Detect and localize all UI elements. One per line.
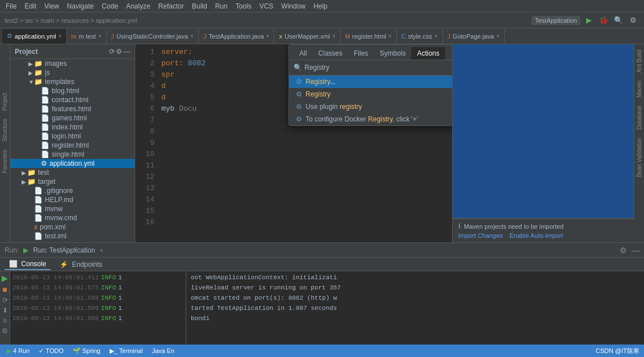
status-todo[interactable]: ✓ TODO [36,347,66,355]
run-button[interactable]: ▶ [583,14,595,27]
tree-item-help[interactable]: 📄 HELP.md [10,195,135,204]
menu-tools[interactable]: Tools [232,1,255,11]
endpoints-tab[interactable]: ⚡ Endpoints [55,259,107,270]
tab-close-j2-icon[interactable]: × [266,33,270,39]
sync-icon[interactable]: ⟳ [109,48,115,56]
run-right-line-2: liveReload server is running on port 357 [191,283,639,293]
left-sidebar-project[interactable]: Project [1,90,9,114]
status-terminal[interactable]: ▶_ Terminal [107,347,145,355]
run-line-4: 2019-05-13 14:09:01.599 INFO 1 [12,303,183,313]
tab-icon-c: C [402,33,406,40]
search-input[interactable] [304,64,452,72]
menu-run[interactable]: Run [212,1,231,11]
left-sidebar: Project Structure Favorites [0,44,10,242]
tree-item-games[interactable]: 📄 games.html [10,114,135,123]
search-tab-files[interactable]: Files [348,47,374,60]
menu-help[interactable]: Help [310,1,331,11]
tab-close-x-icon[interactable]: × [332,33,336,39]
run-side-rerun[interactable]: ⟳ [2,296,8,304]
app-name-button[interactable]: TestApplication [532,16,580,25]
menu-edit[interactable]: Edit [21,1,40,11]
tab-user-mapper[interactable]: x UserMapper.xml × [274,29,340,44]
tree-item-images[interactable]: ▶ 📁 images [10,59,135,68]
run-minimize-icon[interactable]: — [632,246,639,255]
result-item-docker-registry[interactable]: ⚙ To configure Docker Registry, click '+… [289,113,452,125]
tab-goto-page[interactable]: J GotoPage.java × [443,29,505,44]
left-sidebar-favorites[interactable]: Favorites [1,146,9,177]
tab-close-m-icon[interactable]: × [98,33,102,39]
tab-test-application[interactable]: J TestApplication.java × [199,29,275,44]
result-item-use-plugin-registry[interactable]: ⚙ Use plugin registry Settings > Maven [289,100,452,113]
tab-style[interactable]: C style.css × [397,29,443,44]
tree-item-index[interactable]: 📄 index.html [10,123,135,132]
run-close-tab-icon[interactable]: × [100,247,103,254]
tab-test[interactable]: m m test × [67,29,107,44]
menu-window[interactable]: Window [278,1,309,11]
tree-item-application-yml[interactable]: ⚙ application.yml [10,159,135,168]
tab-using-static-controller[interactable]: J UsingStaticController.java × [107,29,199,44]
settings-sidebar-icon[interactable]: ⚙ [116,48,122,56]
tree-item-contact[interactable]: 📄 contact.html [10,95,135,104]
tab-close-icon[interactable]: × [58,33,62,39]
debug-button[interactable]: 🐞 [597,14,610,27]
menu-file[interactable]: File [2,1,20,11]
right-sidebar-bean-validation[interactable]: Bean Validation [635,135,643,180]
result-item-registry-dots[interactable]: ⚙ Registry... [289,75,452,88]
tree-item-js[interactable]: ▶ 📁 js [10,68,135,77]
tree-item-mvnw-cmd[interactable]: 📄 mvnw.cmd [10,213,135,222]
tab-close-c-icon[interactable]: × [434,33,438,39]
tab-application-yml[interactable]: ⚙ application.yml × [2,29,67,44]
menu-analyze[interactable]: Analyze [123,1,154,11]
result-item-registry[interactable]: ⚙ Registry Settings [289,88,452,100]
run-side-stop[interactable]: ■ [2,285,7,294]
right-sidebar-ant-build[interactable]: Ant Build [635,47,643,76]
tree-item-test[interactable]: ▶ 📁 test [10,168,135,177]
run-side-scroll[interactable]: ⬇ [2,306,8,314]
menu-code[interactable]: Code [98,1,122,11]
run-app-name: Run: TestApplication [33,246,95,254]
menu-build[interactable]: Build [189,1,211,11]
tab-close-j3-icon[interactable]: × [496,33,500,39]
tree-item-mvnw[interactable]: 📄 mvnw [10,204,135,213]
tree-item-gitignore[interactable]: 📄 .gitignore [10,186,135,195]
toolbar: test2 > src > main > resources > applica… [0,12,644,28]
status-java-en[interactable]: Java En [149,347,177,354]
menu-view[interactable]: View [41,1,62,11]
tree-item-login[interactable]: 📄 login.html [10,132,135,141]
tab-register[interactable]: H register.html × [341,29,397,44]
right-sidebar-maven[interactable]: Maven [635,77,643,101]
import-changes-link[interactable]: Import Changes [458,232,503,239]
run-side-settings[interactable]: ⚙ [2,327,8,335]
tab-close-h1-icon[interactable]: × [388,33,392,39]
search-tab-actions[interactable]: Actions [411,47,445,60]
status-spring[interactable]: 🌱 Spring [70,347,103,355]
menu-navigate[interactable]: Navigate [64,1,97,11]
search-everywhere-button[interactable]: 🔍 [612,14,625,27]
run-settings-icon[interactable]: ⚙ [620,246,627,255]
tree-item-external-libraries[interactable]: ▶ 📁 External Libraries [10,241,135,242]
tree-item-target[interactable]: ▶ 📁 target [10,177,135,186]
menu-refactor[interactable]: Refactor [155,1,187,11]
right-sidebar-database[interactable]: Database [635,102,643,133]
tree-item-test-iml[interactable]: 📄 test.iml [10,232,135,241]
tree-item-blog[interactable]: 📄 blog.html [10,86,135,95]
tree-item-features[interactable]: 📄 features.html [10,104,135,114]
run-side-fold[interactable]: ≡ [3,317,7,325]
tree-item-templates[interactable]: ▼ 📁 templates [10,77,135,86]
run-side-play[interactable]: ▶ [2,274,8,283]
left-sidebar-structure[interactable]: Structure [1,115,9,145]
enable-auto-import-link[interactable]: Enable Auto-Import [509,232,563,239]
status-run[interactable]: ▶ 4 Run [5,347,32,355]
search-tab-all[interactable]: All [294,47,312,60]
tree-item-register-html[interactable]: 📄 register.html [10,141,135,150]
tree-item-pom[interactable]: x pom.xml [10,222,135,232]
editor-area[interactable]: All Classes Files Symbols Actions Includ… [135,44,452,242]
console-tab[interactable]: ⬜ Console [5,259,51,270]
search-tab-symbols[interactable]: Symbols [374,47,411,60]
tree-item-single[interactable]: 📄 single.html [10,150,135,159]
expand-icon[interactable]: — [123,48,130,56]
settings-button[interactable]: ⚙ [627,14,639,27]
menu-vcs[interactable]: VCS [256,1,277,11]
tab-close-j1-icon[interactable]: × [190,33,194,39]
search-tab-classes[interactable]: Classes [312,47,348,60]
